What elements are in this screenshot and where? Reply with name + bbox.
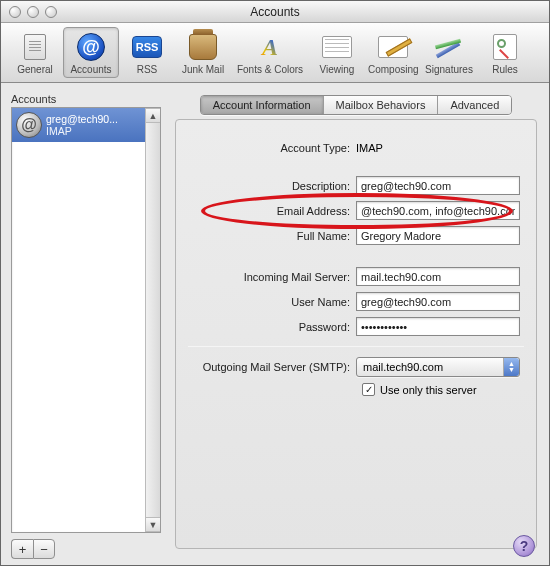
window-title: Accounts: [1, 5, 549, 19]
toolbar-accounts-label: Accounts: [66, 64, 116, 75]
use-only-this-server-label: Use only this server: [380, 384, 477, 396]
user-name-label: User Name:: [188, 296, 356, 308]
junk-icon: [189, 34, 217, 60]
tab-account-information[interactable]: Account Information: [201, 96, 324, 114]
signatures-icon: [435, 36, 463, 58]
account-type-label: Account Type:: [188, 142, 356, 154]
smtp-select[interactable]: mail.tech90.com ▲▼: [356, 357, 520, 377]
account-row-text: greg@tech90... IMAP: [46, 113, 142, 137]
scroll-down-icon[interactable]: ▼: [146, 517, 160, 532]
toolbar-fonts-colors[interactable]: A Fonts & Colors: [231, 27, 309, 78]
rules-icon: [493, 34, 517, 60]
toolbar-signatures[interactable]: Signatures: [421, 27, 477, 78]
account-info-pane: Account Type: IMAP Description: Email Ad…: [175, 119, 537, 549]
divider: [188, 346, 524, 347]
at-icon: @: [77, 33, 105, 61]
password-label: Password:: [188, 321, 356, 333]
account-at-icon: @: [16, 112, 42, 138]
email-address-input[interactable]: [356, 201, 520, 220]
chevron-updown-icon: ▲▼: [503, 358, 519, 376]
toolbar-accounts[interactable]: @ Accounts: [63, 27, 119, 78]
account-name: greg@tech90...: [46, 113, 142, 125]
preferences-toolbar: General @ Accounts RSS RSS Junk Mail A F…: [1, 23, 549, 83]
toolbar-general-label: General: [10, 64, 60, 75]
add-remove-buttons: + −: [11, 539, 161, 559]
email-address-label: Email Address:: [188, 205, 356, 217]
accounts-sidebar: Accounts @ greg@tech90... IMAP ▲ ▼ + −: [1, 83, 169, 566]
toolbar-rss[interactable]: RSS RSS: [119, 27, 175, 78]
full-name-label: Full Name:: [188, 230, 356, 242]
tab-bar: Account Information Mailbox Behaviors Ad…: [175, 95, 537, 115]
account-type: IMAP: [46, 125, 142, 137]
accounts-scrollbar[interactable]: ▲ ▼: [145, 108, 160, 532]
toolbar-rss-label: RSS: [122, 64, 172, 75]
toolbar-composing[interactable]: Composing: [365, 27, 421, 78]
description-input[interactable]: [356, 176, 520, 195]
full-name-input[interactable]: [356, 226, 520, 245]
user-name-input[interactable]: [356, 292, 520, 311]
toolbar-rules[interactable]: Rules: [477, 27, 533, 78]
zoom-window-button[interactable]: [45, 6, 57, 18]
use-only-this-server-row: ✓ Use only this server: [362, 383, 524, 396]
remove-account-button[interactable]: −: [33, 539, 55, 559]
toolbar-rules-label: Rules: [480, 64, 530, 75]
incoming-server-input[interactable]: [356, 267, 520, 286]
add-account-button[interactable]: +: [11, 539, 33, 559]
smtp-label: Outgoing Mail Server (SMTP):: [188, 361, 356, 373]
main-area: Accounts @ greg@tech90... IMAP ▲ ▼ + −: [1, 83, 549, 566]
toolbar-signatures-label: Signatures: [424, 64, 474, 75]
incoming-server-label: Incoming Mail Server:: [188, 271, 356, 283]
use-only-this-server-checkbox[interactable]: ✓: [362, 383, 375, 396]
description-label: Description:: [188, 180, 356, 192]
rss-icon: RSS: [132, 36, 162, 58]
viewing-icon: [322, 36, 352, 58]
toolbar-viewing[interactable]: Viewing: [309, 27, 365, 78]
toolbar-composing-label: Composing: [368, 64, 418, 75]
accounts-heading: Accounts: [11, 93, 161, 105]
toolbar-general[interactable]: General: [7, 27, 63, 78]
toolbar-junk-mail[interactable]: Junk Mail: [175, 27, 231, 78]
minimize-window-button[interactable]: [27, 6, 39, 18]
content-area: Account Information Mailbox Behaviors Ad…: [169, 83, 549, 566]
account-type-value: IMAP: [356, 142, 524, 154]
accounts-list[interactable]: @ greg@tech90... IMAP ▲ ▼: [11, 107, 161, 533]
toolbar-viewing-label: Viewing: [312, 64, 362, 75]
account-row[interactable]: @ greg@tech90... IMAP: [12, 108, 160, 142]
composing-icon: [378, 36, 408, 58]
close-window-button[interactable]: [9, 6, 21, 18]
toolbar-fonts-label: Fonts & Colors: [234, 64, 306, 75]
tab-advanced[interactable]: Advanced: [438, 96, 511, 114]
toolbar-junk-label: Junk Mail: [178, 64, 228, 75]
general-icon: [24, 34, 46, 60]
password-input[interactable]: [356, 317, 520, 336]
fonts-colors-icon: A: [255, 33, 285, 61]
smtp-select-value: mail.tech90.com: [363, 361, 443, 373]
tab-mailbox-behaviors[interactable]: Mailbox Behaviors: [324, 96, 439, 114]
titlebar: Accounts: [1, 1, 549, 23]
help-button[interactable]: ?: [513, 535, 535, 557]
scroll-up-icon[interactable]: ▲: [146, 108, 160, 123]
window-controls: [1, 6, 57, 18]
